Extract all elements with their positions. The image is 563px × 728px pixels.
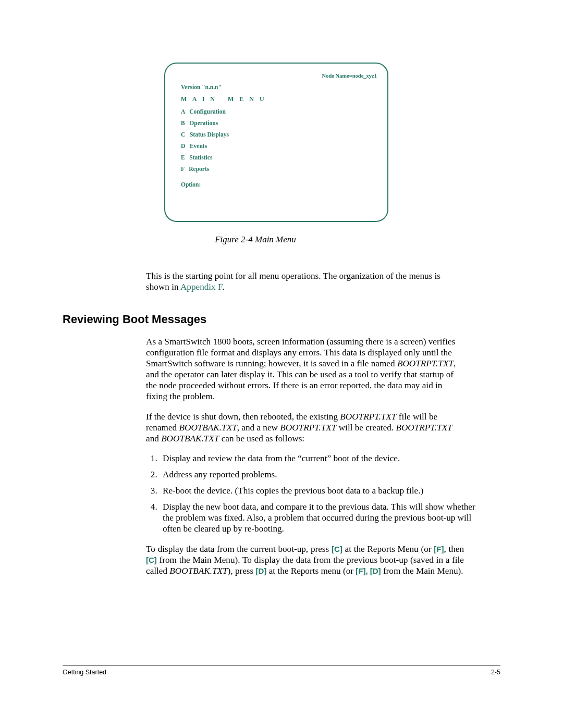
bootbak-ref: BOOTBAK.TXT: [179, 423, 237, 433]
key-d: [D]: [370, 566, 381, 575]
list-item: Display the new boot data, and compare i…: [160, 502, 478, 535]
bootbak-ref: BOOTBAK.TXT: [161, 434, 219, 443]
footer-page-number: 2-5: [491, 669, 500, 676]
key-f: [F]: [356, 566, 365, 575]
menu-item-b: B Operations: [181, 120, 377, 126]
section-heading: Reviewing Boot Messages: [63, 313, 500, 326]
text: at the Reports Menu (or: [342, 544, 434, 554]
list-item: Re-boot the device. (This copies the pre…: [160, 486, 478, 497]
text: , and a new: [237, 423, 280, 433]
key-f: [F]: [434, 545, 444, 553]
text: at the Reports menu (or: [266, 566, 356, 576]
text: and: [146, 434, 161, 443]
menu-item-c: C Status Displays: [181, 131, 377, 138]
key-sep: ,: [365, 566, 370, 575]
list-item: Display and review the data from the “cu…: [160, 453, 478, 464]
intro-paragraph: This is the starting point for all menu …: [146, 271, 464, 293]
figure-caption: Figure 2-4 Main Menu: [143, 235, 368, 245]
key-d: [D]: [256, 566, 267, 575]
text: If the device is shut down, then reboote…: [146, 412, 340, 422]
review-para-2: If the device is shut down, then reboote…: [146, 412, 464, 445]
menu-item-f: F Reports: [181, 166, 377, 172]
key-c: [C]: [146, 556, 157, 564]
text: can be used as follows:: [219, 434, 304, 443]
final-paragraph: To display the data from the current boo…: [146, 544, 464, 577]
menu-item-e: E Statistics: [181, 154, 377, 161]
terminal-version: Version "n.n.n": [181, 84, 377, 90]
menu-item-d: D Events: [181, 143, 377, 149]
terminal-screen: Node Name=node_xyz1 Version "n.n.n" M A …: [164, 63, 388, 222]
text: To display the data from the current boo…: [146, 544, 332, 554]
review-para-1: As a SmartSwitch 1800 boots, screen info…: [146, 337, 464, 402]
footer-chapter: Getting Started: [63, 669, 106, 676]
menu-item-a: A Configuration: [181, 108, 377, 115]
appendix-f-link[interactable]: Appendix F: [180, 282, 222, 292]
terminal-option-prompt: Option:: [181, 181, 377, 188]
bootrpt-ref: BOOTRPT.TXT: [397, 359, 454, 368]
list-item: Address any reported problems.: [160, 470, 478, 480]
steps-list: Display and review the data from the “cu…: [146, 453, 478, 535]
terminal-node-name: Node Name=node_xyz1: [181, 73, 377, 79]
page-footer: Getting Started 2-5: [63, 665, 500, 676]
text: ), press: [228, 566, 256, 576]
bootrpt-ref: BOOTRPT.TXT: [340, 412, 396, 422]
key-c: [C]: [332, 545, 342, 553]
terminal-title: M A I N M E N U: [181, 95, 377, 103]
bootrpt-ref: BOOTRPT.TXT: [280, 423, 336, 433]
text: will be created.: [336, 423, 396, 433]
text: , then: [444, 544, 464, 554]
text: from the Main Menu).: [381, 566, 463, 576]
bootbak-ref: BOOTBAK.TXT: [169, 566, 227, 576]
bootrpt-ref: BOOTRPT.TXT: [396, 423, 452, 433]
intro-text-post: .: [222, 282, 224, 292]
